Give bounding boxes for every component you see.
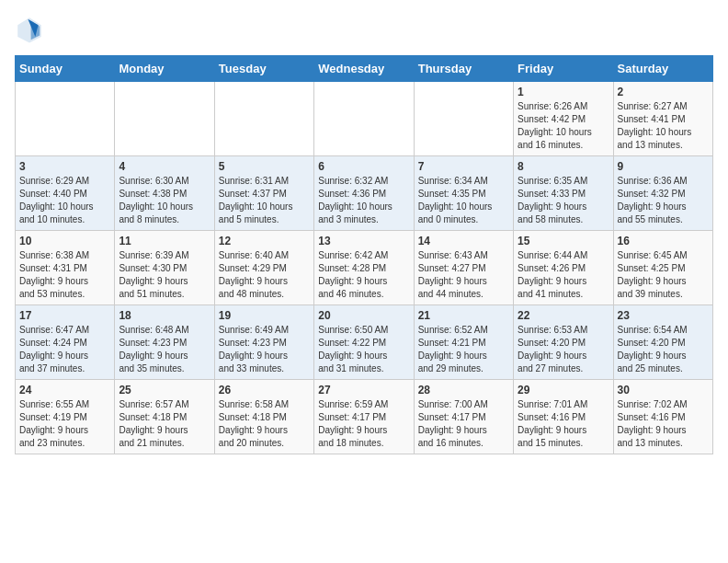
calendar-cell: 1Sunrise: 6:26 AM Sunset: 4:42 PM Daylig…: [514, 82, 613, 156]
calendar-cell: 2Sunrise: 6:27 AM Sunset: 4:41 PM Daylig…: [613, 82, 712, 156]
day-info-text: Sunrise: 6:58 AM Sunset: 4:18 PM Dayligh…: [219, 398, 310, 450]
day-info-text: Sunrise: 6:39 AM Sunset: 4:30 PM Dayligh…: [119, 249, 210, 301]
day-info-text: Sunrise: 7:01 AM Sunset: 4:16 PM Dayligh…: [518, 398, 609, 450]
day-info-text: Sunrise: 6:59 AM Sunset: 4:17 PM Dayligh…: [318, 398, 409, 450]
day-number: 25: [119, 384, 210, 396]
day-number: 27: [318, 384, 409, 396]
day-number: 10: [19, 235, 110, 247]
day-number: 16: [618, 235, 709, 247]
calendar-cell: 5Sunrise: 6:31 AM Sunset: 4:37 PM Daylig…: [214, 156, 313, 231]
day-info-text: Sunrise: 6:29 AM Sunset: 4:40 PM Dayligh…: [19, 175, 110, 226]
calendar-cell: 4Sunrise: 6:30 AM Sunset: 4:38 PM Daylig…: [115, 156, 214, 231]
column-header-monday: Monday: [115, 56, 214, 82]
day-info-text: Sunrise: 6:49 AM Sunset: 4:23 PM Dayligh…: [219, 324, 310, 375]
day-number: 22: [518, 309, 609, 322]
calendar-cell: 26Sunrise: 6:58 AM Sunset: 4:18 PM Dayli…: [214, 380, 313, 454]
calendar-week-row: 3Sunrise: 6:29 AM Sunset: 4:40 PM Daylig…: [16, 156, 713, 231]
calendar-cell: 15Sunrise: 6:44 AM Sunset: 4:26 PM Dayli…: [514, 231, 613, 305]
calendar-cell: 11Sunrise: 6:39 AM Sunset: 4:30 PM Dayli…: [115, 231, 214, 305]
day-info-text: Sunrise: 6:50 AM Sunset: 4:22 PM Dayligh…: [318, 324, 409, 375]
calendar-cell: 24Sunrise: 6:55 AM Sunset: 4:19 PM Dayli…: [16, 380, 115, 454]
calendar-cell: 14Sunrise: 6:43 AM Sunset: 4:27 PM Dayli…: [414, 231, 513, 305]
day-number: 21: [418, 309, 509, 322]
day-info-text: Sunrise: 7:02 AM Sunset: 4:16 PM Dayligh…: [618, 398, 709, 450]
calendar-cell: 28Sunrise: 7:00 AM Sunset: 4:17 PM Dayli…: [414, 380, 513, 454]
day-info-text: Sunrise: 6:44 AM Sunset: 4:26 PM Dayligh…: [518, 249, 609, 301]
day-number: 19: [219, 309, 310, 322]
calendar-cell: 6Sunrise: 6:32 AM Sunset: 4:36 PM Daylig…: [314, 156, 414, 231]
logo: [15, 15, 48, 44]
day-number: 18: [119, 309, 210, 322]
calendar-cell: 3Sunrise: 6:29 AM Sunset: 4:40 PM Daylig…: [16, 156, 115, 231]
calendar-table: SundayMondayTuesdayWednesdayThursdayFrid…: [15, 55, 713, 454]
day-number: 4: [119, 160, 210, 173]
day-info-text: Sunrise: 6:35 AM Sunset: 4:33 PM Dayligh…: [518, 175, 609, 226]
calendar-week-row: 10Sunrise: 6:38 AM Sunset: 4:31 PM Dayli…: [16, 231, 713, 305]
day-info-text: Sunrise: 6:26 AM Sunset: 4:42 PM Dayligh…: [518, 100, 609, 152]
day-number: 3: [19, 160, 110, 173]
logo-icon: [15, 15, 44, 44]
page-header: [15, 15, 713, 44]
day-info-text: Sunrise: 6:43 AM Sunset: 4:27 PM Dayligh…: [418, 249, 509, 301]
calendar-cell: 7Sunrise: 6:34 AM Sunset: 4:35 PM Daylig…: [414, 156, 513, 231]
calendar-cell: 9Sunrise: 6:36 AM Sunset: 4:32 PM Daylig…: [613, 156, 712, 231]
day-info-text: Sunrise: 6:55 AM Sunset: 4:19 PM Dayligh…: [19, 398, 110, 450]
day-number: 15: [518, 235, 609, 247]
day-info-text: Sunrise: 6:48 AM Sunset: 4:23 PM Dayligh…: [119, 324, 210, 375]
day-number: 5: [219, 160, 310, 173]
day-number: 29: [518, 384, 609, 396]
column-header-sunday: Sunday: [16, 56, 115, 82]
day-number: 26: [219, 384, 310, 396]
day-number: 6: [318, 160, 409, 173]
day-info-text: Sunrise: 6:38 AM Sunset: 4:31 PM Dayligh…: [19, 249, 110, 301]
day-info-text: Sunrise: 6:36 AM Sunset: 4:32 PM Dayligh…: [618, 175, 709, 226]
day-info-text: Sunrise: 6:53 AM Sunset: 4:20 PM Dayligh…: [518, 324, 609, 375]
day-number: 24: [19, 384, 110, 396]
day-number: 20: [318, 309, 409, 322]
column-header-wednesday: Wednesday: [314, 56, 414, 82]
day-info-text: Sunrise: 6:27 AM Sunset: 4:41 PM Dayligh…: [618, 100, 709, 152]
column-header-friday: Friday: [514, 56, 613, 82]
day-info-text: Sunrise: 6:31 AM Sunset: 4:37 PM Dayligh…: [219, 175, 310, 226]
day-info-text: Sunrise: 6:34 AM Sunset: 4:35 PM Dayligh…: [418, 175, 509, 226]
day-number: 1: [518, 86, 609, 98]
calendar-cell: 27Sunrise: 6:59 AM Sunset: 4:17 PM Dayli…: [314, 380, 414, 454]
calendar-cell: 23Sunrise: 6:54 AM Sunset: 4:20 PM Dayli…: [613, 305, 712, 380]
calendar-cell: 10Sunrise: 6:38 AM Sunset: 4:31 PM Dayli…: [16, 231, 115, 305]
calendar-cell: 18Sunrise: 6:48 AM Sunset: 4:23 PM Dayli…: [115, 305, 214, 380]
day-info-text: Sunrise: 6:42 AM Sunset: 4:28 PM Dayligh…: [318, 249, 409, 301]
calendar-cell: 8Sunrise: 6:35 AM Sunset: 4:33 PM Daylig…: [514, 156, 613, 231]
day-number: 8: [518, 160, 609, 173]
calendar-cell: 29Sunrise: 7:01 AM Sunset: 4:16 PM Dayli…: [514, 380, 613, 454]
day-info-text: Sunrise: 6:45 AM Sunset: 4:25 PM Dayligh…: [618, 249, 709, 301]
day-info-text: Sunrise: 6:54 AM Sunset: 4:20 PM Dayligh…: [618, 324, 709, 375]
calendar-cell: [115, 82, 214, 156]
calendar-cell: [16, 82, 115, 156]
day-info-text: Sunrise: 6:52 AM Sunset: 4:21 PM Dayligh…: [418, 324, 509, 375]
day-number: 13: [318, 235, 409, 247]
column-header-tuesday: Tuesday: [214, 56, 313, 82]
calendar-cell: 22Sunrise: 6:53 AM Sunset: 4:20 PM Dayli…: [514, 305, 613, 380]
calendar-cell: 21Sunrise: 6:52 AM Sunset: 4:21 PM Dayli…: [414, 305, 513, 380]
day-number: 30: [618, 384, 709, 396]
day-number: 2: [618, 86, 709, 98]
calendar-week-row: 1Sunrise: 6:26 AM Sunset: 4:42 PM Daylig…: [16, 82, 713, 156]
day-number: 23: [618, 309, 709, 322]
day-info-text: Sunrise: 6:32 AM Sunset: 4:36 PM Dayligh…: [318, 175, 409, 226]
calendar-cell: [214, 82, 313, 156]
calendar-cell: 17Sunrise: 6:47 AM Sunset: 4:24 PM Dayli…: [16, 305, 115, 380]
day-info-text: Sunrise: 6:30 AM Sunset: 4:38 PM Dayligh…: [119, 175, 210, 226]
day-info-text: Sunrise: 7:00 AM Sunset: 4:17 PM Dayligh…: [418, 398, 509, 450]
column-header-thursday: Thursday: [414, 56, 513, 82]
day-info-text: Sunrise: 6:40 AM Sunset: 4:29 PM Dayligh…: [219, 249, 310, 301]
calendar-cell: [414, 82, 513, 156]
column-header-saturday: Saturday: [613, 56, 712, 82]
calendar-cell: 16Sunrise: 6:45 AM Sunset: 4:25 PM Dayli…: [613, 231, 712, 305]
calendar-header-row: SundayMondayTuesdayWednesdayThursdayFrid…: [16, 56, 713, 82]
calendar-cell: [314, 82, 414, 156]
calendar-cell: 25Sunrise: 6:57 AM Sunset: 4:18 PM Dayli…: [115, 380, 214, 454]
day-info-text: Sunrise: 6:57 AM Sunset: 4:18 PM Dayligh…: [119, 398, 210, 450]
calendar-cell: 13Sunrise: 6:42 AM Sunset: 4:28 PM Dayli…: [314, 231, 414, 305]
calendar-week-row: 17Sunrise: 6:47 AM Sunset: 4:24 PM Dayli…: [16, 305, 713, 380]
day-number: 7: [418, 160, 509, 173]
